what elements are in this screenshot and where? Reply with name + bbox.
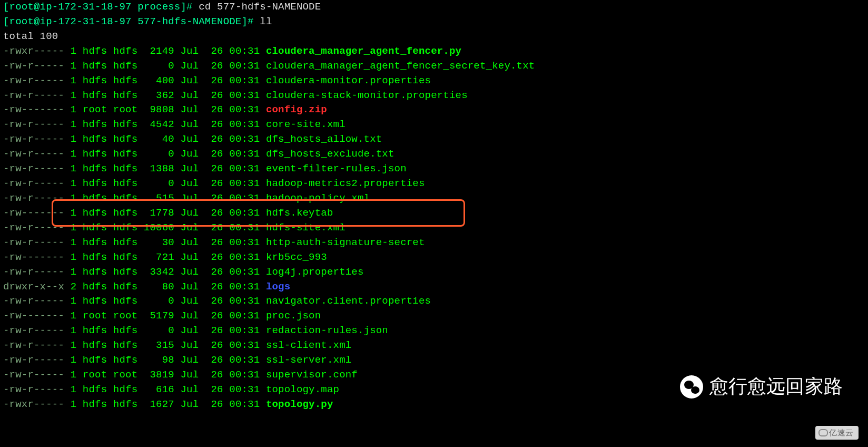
wechat-icon [680,375,703,399]
footer-text: 亿速云 [829,428,853,437]
terminal-output[interactable]: [root@ip-172-31-18-97 process]# cd 577-h… [0,0,868,412]
footer-watermark: 亿速云 [815,426,859,440]
wechat-text: 愈行愈远回家路 [709,373,843,401]
wechat-watermark: 愈行愈远回家路 [680,373,843,401]
